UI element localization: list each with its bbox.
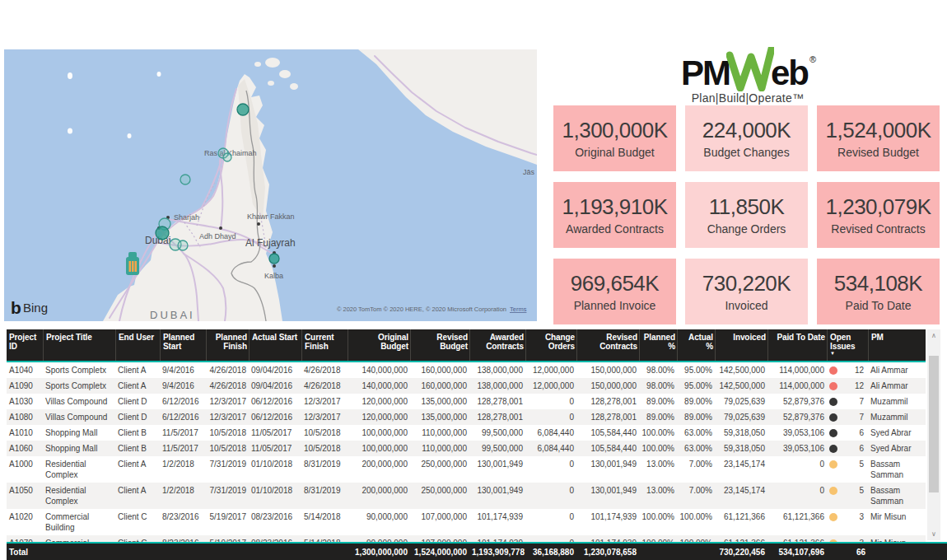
cell-awarded_contracts: 130,001,949 xyxy=(469,483,525,498)
cell-current_finish: 12/3/2017 xyxy=(301,409,348,425)
column-header-invoiced[interactable]: Invoiced xyxy=(715,329,767,361)
cell-change_orders: 0 xyxy=(525,409,576,425)
column-header-planned_pct[interactable]: Planned % xyxy=(639,329,677,361)
cell-actual_start: 08/23/2016 xyxy=(249,535,301,542)
kpi-card-original-budget[interactable]: 1,300,000KOriginal Budget xyxy=(553,105,676,171)
cell-end_user: Client D xyxy=(115,409,160,425)
table-row-A1020[interactable]: A1020Commercial BuildingClient C8/23/201… xyxy=(7,509,926,535)
table-row-A1040[interactable]: A1040Sports CompletxClient A9/4/20164/26… xyxy=(7,362,926,378)
map-project-marker[interactable] xyxy=(237,104,249,115)
column-header-revised_budget[interactable]: Revised Budget xyxy=(410,329,469,361)
table-row-A1050[interactable]: A1050Residential ComplexClient A1/2/2018… xyxy=(7,483,926,509)
total-cell-open_issues: 66 xyxy=(827,545,868,559)
map-project-marker[interactable] xyxy=(178,240,188,250)
cell-paid_to_date: 0 xyxy=(767,456,827,472)
column-header-current_finish[interactable]: Current Finish xyxy=(301,329,348,361)
cell-end_user: Client C xyxy=(115,535,160,542)
column-header-revised_contracts[interactable]: Revised Contracts xyxy=(576,329,639,361)
cell-planned_pct: 89.00% xyxy=(639,394,677,409)
kpi-card-planned-invoice[interactable]: 969,654KPlanned Invoice xyxy=(553,259,676,324)
map-city-dot xyxy=(257,222,260,226)
cell-planned_pct: 13.00% xyxy=(639,456,677,472)
kpi-card-awarded-contracts[interactable]: 1,193,910KAwarded Contracts xyxy=(553,182,676,248)
cell-end_user: Client A xyxy=(115,362,160,378)
cell-id: A1080 xyxy=(7,409,43,425)
cell-title: Commercial Building xyxy=(43,509,115,535)
cell-original_budget: 100,000,000 xyxy=(348,441,410,456)
column-header-planned_start[interactable]: Planned Start xyxy=(160,329,206,361)
table-scrollbar[interactable]: ∧ ∨ xyxy=(927,329,940,540)
table-row-A1010[interactable]: A1010Shopping MallClient B11/5/201710/5/… xyxy=(7,425,926,441)
table-row-A1090[interactable]: A1090Sports CompletxClient A9/4/20164/26… xyxy=(7,378,926,394)
kpi-card-budget-changes[interactable]: 224,000KBudget Changes xyxy=(685,105,808,171)
column-header-awarded_contracts[interactable]: Awarded Contracts xyxy=(469,329,525,361)
cell-open_issues: 6 xyxy=(827,441,868,456)
total-cell-change_orders: 36,168,880 xyxy=(525,545,576,559)
table-row-A1030[interactable]: A1030Villas CompoundClient D6/12/201612/… xyxy=(7,394,926,409)
cell-revised_contracts: 130,001,949 xyxy=(576,483,639,498)
kpi-card-change-orders[interactable]: 11,850KChange Orders xyxy=(685,182,808,248)
kpi-card-paid-to-date[interactable]: 534,108KPaid To Date xyxy=(817,259,940,324)
cell-planned_start: 9/4/2016 xyxy=(160,362,206,378)
column-header-pm[interactable]: PM xyxy=(868,329,926,361)
cell-actual_start: 11/05/2017 xyxy=(249,441,301,456)
scrollbar-thumb[interactable] xyxy=(929,356,939,492)
cell-paid_to_date: 52,879,376 xyxy=(767,409,827,425)
cell-id: A1020 xyxy=(7,509,43,525)
column-header-paid_to_date[interactable]: Paid To Date xyxy=(767,329,827,361)
cell-awarded_contracts: 138,000,000 xyxy=(469,362,525,378)
scroll-down-icon[interactable]: ∨ xyxy=(927,530,940,538)
table-row-A1070[interactable]: A1070Commercial BuildingClient C8/23/201… xyxy=(7,535,926,542)
cell-planned_finish: 12/3/2017 xyxy=(206,409,249,425)
kpi-label: Awarded Contracts xyxy=(566,222,664,236)
table-row-A1080[interactable]: A1080Villas CompoundClient D6/12/201612/… xyxy=(7,409,926,425)
cell-original_budget: 200,000,000 xyxy=(348,456,410,472)
column-header-end_user[interactable]: End User xyxy=(115,329,160,361)
kpi-label: Paid To Date xyxy=(846,299,912,312)
map-terms-link[interactable]: Terms xyxy=(510,306,527,313)
total-cell-actual_start xyxy=(249,550,301,553)
table-row-A1000[interactable]: A1000Residential ComplexClient A1/2/2018… xyxy=(7,456,926,483)
column-header-planned_finish[interactable]: Planned Finish xyxy=(206,329,249,361)
column-header-original_budget[interactable]: Original Budget xyxy=(348,329,410,361)
column-header-open_issues[interactable]: Open Issues▼ xyxy=(827,329,868,361)
column-header-actual_start[interactable]: Actual Start xyxy=(249,329,301,361)
cell-pm: Bassam Samman xyxy=(868,456,926,483)
cell-end_user: Client C xyxy=(115,509,160,525)
map-project-marker[interactable] xyxy=(180,175,190,184)
cell-open_issues: 12 xyxy=(827,378,868,394)
table-row-A1060[interactable]: A1060Shopping MallClient B11/5/201710/5/… xyxy=(7,441,926,456)
kpi-card-revised-contracts[interactable]: 1,230,079KRevised Contracts xyxy=(817,182,940,248)
bing-logo[interactable]: b Bing xyxy=(11,298,48,317)
cell-original_budget: 120,000,000 xyxy=(348,409,410,425)
column-header-id[interactable]: Project ID xyxy=(7,329,43,361)
map-project-marker[interactable] xyxy=(223,153,231,161)
cell-planned_start: 1/2/2018 xyxy=(160,456,206,472)
cell-actual_pct: 100.00% xyxy=(677,535,715,542)
cell-planned_pct: 98.00% xyxy=(639,378,677,394)
cell-revised_contracts: 105,584,440 xyxy=(576,441,639,456)
cell-planned_start: 6/12/2016 xyxy=(160,394,206,409)
column-header-title[interactable]: Project Title xyxy=(43,329,115,361)
cell-awarded_contracts: 128,278,001 xyxy=(469,394,525,409)
map-label-dubai: DUBAI xyxy=(150,309,195,321)
cell-actual_pct: 95.00% xyxy=(677,362,715,378)
sort-descending-icon[interactable]: ▼ xyxy=(830,351,866,356)
cell-end_user: Client B xyxy=(115,425,160,441)
column-header-change_orders[interactable]: Change Orders xyxy=(525,329,576,361)
kpi-card-revised-budget[interactable]: 1,524,000KRevised Budget xyxy=(817,105,940,171)
bing-map[interactable]: Ras al KhaimahSharjahDubaiAdh DhaydKhawr… xyxy=(4,49,537,321)
kpi-card-invoiced[interactable]: 730,220KInvoiced xyxy=(685,259,808,324)
cell-pm: Syed Abrar xyxy=(868,425,926,441)
cell-original_budget: 140,000,000 xyxy=(348,362,410,378)
issue-status-dot xyxy=(829,513,837,521)
map-project-marker[interactable] xyxy=(156,226,169,240)
column-header-actual_pct[interactable]: Actual % xyxy=(677,329,715,361)
map-project-marker[interactable] xyxy=(269,254,279,264)
cell-id: A1030 xyxy=(7,394,43,409)
logo-tagline: Plan|Build|Operate™ xyxy=(669,91,827,105)
scroll-up-icon[interactable]: ∧ xyxy=(927,332,940,339)
cell-open_issues: 3 xyxy=(827,535,868,542)
cell-end_user: Client A xyxy=(115,456,160,472)
cell-end_user: Client A xyxy=(115,378,160,394)
